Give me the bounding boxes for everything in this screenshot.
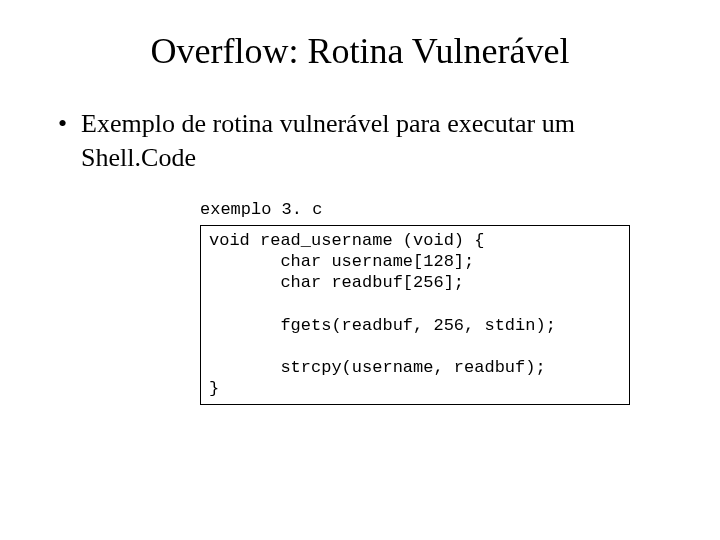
slide-title: Overflow: Rotina Vulnerável — [50, 30, 670, 72]
code-box: void read_username (void) { char usernam… — [200, 225, 630, 405]
bullet-text: Exemplo de rotina vulnerável para execut… — [81, 107, 670, 175]
code-section: exemplo 3. c void read_username (void) {… — [200, 200, 670, 405]
bullet-dot-icon: • — [58, 107, 67, 141]
code-filename: exemplo 3. c — [200, 200, 670, 219]
bullet-item: • Exemplo de rotina vulnerável para exec… — [50, 107, 670, 175]
